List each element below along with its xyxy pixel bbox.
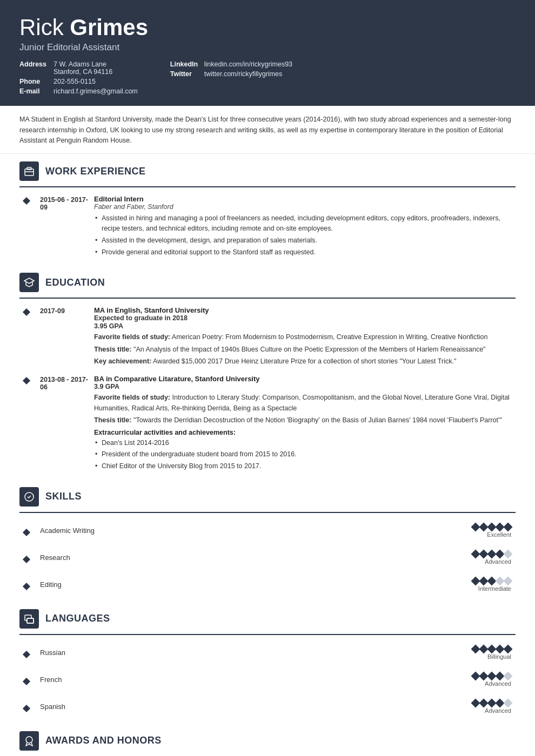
skill-name: Spanish [40,703,65,711]
phone-value: 202-555-0115 [54,78,96,85]
linkedin-value: linkedin.com/in/rickygrimes93 [204,60,292,68]
bullet [24,526,40,535]
header-contact: Address 7 W. Adams Lane Stanford, CA 941… [19,60,516,95]
skill-name: French [40,676,62,684]
diamond-empty [504,698,513,707]
diamond-filled [504,644,513,653]
work-content-0: Editorial Intern Faber and Faber, Stanfo… [94,195,516,259]
diamond-icon [23,705,30,712]
edu-fav-value-0: American Poetry: From Modernism to Postm… [172,333,488,341]
skill-level-label: Advanced [485,707,511,714]
skill-name: Academic Writing [40,526,95,535]
education-icon [19,273,39,292]
skill-level-label: Excellent [487,531,511,538]
bullet [24,580,40,589]
skill-row: SpanishAdvanced [19,697,516,717]
bullet [24,676,40,684]
diamond-empty [504,576,513,585]
edu-date-0: 2017-09 [40,306,94,368]
skill-name: Research [40,554,70,562]
skill-rating: Advanced [472,551,511,565]
diamonds-row [472,700,511,706]
edu-fav-0: Favorite fields of study: American Poetr… [94,332,516,342]
linkedin-label: LinkedIn [170,60,200,68]
edu-fav-1: Favorite fields of study: Introduction t… [94,393,516,414]
skill-rating: Billingual [472,646,511,660]
edu-sub-0: Expected to graduate in 2018 [94,314,516,322]
email-label: E-mail [19,87,49,95]
skill-level-label: Advanced [485,680,511,687]
edu-degree-1: BA in Comparative Litarature, Stanford U… [94,375,516,383]
education-section: EDUCATION 2017-09 MA in English, Stanfor… [0,265,535,473]
diamond-icon [23,678,30,685]
edu-degree-0: MA in English, Stanford University [94,306,516,314]
address-value: 7 W. Adams Lane Stanford, CA 94116 [54,60,112,76]
edu-extra-bullets-1: Dean's List 2014-2016 President of the u… [94,438,516,471]
diamonds-row [472,524,511,530]
edu-bullet-0 [24,306,40,368]
edu-entry-0: 2017-09 MA in English, Stanford Universi… [19,306,516,368]
edu-date-1: 2013-08 - 2017-06 [40,375,94,473]
svg-rect-1 [27,167,31,170]
edu-achievement-label-0: Key achievement: [94,357,151,365]
skill-row: Academic WritingExcellent [19,521,516,541]
edu-fav-label-0: Favorite fields of study: [94,333,170,341]
edu-extra-bullet-1-2: Chief Editor of the University Blog from… [94,461,516,471]
main-content: WORK EXPERIENCE 2015-06 - 2017-09 Editor… [0,154,535,756]
skill-name: Russian [40,649,65,657]
summary: MA Student in English at Stanford Univer… [0,106,535,154]
header-title: Junior Editorial Assistant [19,42,516,53]
linkedin-row: LinkedIn linkedin.com/in/rickygrimes93 [170,60,292,68]
skills-list: Academic WritingExcellentResearchAdvance… [19,521,516,595]
diamond-empty [504,549,513,558]
awards-section: AWARDS AND HONORS 2017-022016 Drue Heinz… [0,724,535,756]
languages-icon [19,609,39,629]
awards-header: AWARDS AND HONORS [19,724,516,756]
edu-gpa-1: 3.9 GPA [94,383,516,390]
work-icon [19,161,39,181]
languages-header: LANGUAGES [19,602,516,635]
diamond-icon [23,529,30,536]
bullet [24,649,40,657]
edu-thesis-label-1: Thesis title: [94,416,131,424]
address-row: Address 7 W. Adams Lane Stanford, CA 941… [19,60,138,76]
awards-title: AWARDS AND HONORS [45,735,162,746]
skills-title: SKILLS [45,491,82,502]
skill-rating: Advanced [472,700,511,714]
edu-thesis-0: Thesis title: "An Analysis of the Impact… [94,345,516,355]
header: Rick Grimes Junior Editorial Assistant A… [0,0,535,106]
education-header: EDUCATION [19,265,516,299]
skill-rating: Advanced [472,673,511,687]
edu-thesis-value-1: "Towards the Derridian Decostruction of … [133,416,502,424]
bullet [24,554,40,562]
skill-name: Editing [40,580,62,589]
svg-rect-6 [27,618,34,623]
diamond-empty [504,671,513,680]
edu-content-1: BA in Comparative Litarature, Stanford U… [94,375,516,473]
skill-row: EditingIntermediate [19,575,516,595]
contact-left: Address 7 W. Adams Lane Stanford, CA 941… [19,60,138,95]
diamond-icon [23,308,30,316]
edu-entry-1: 2013-08 - 2017-06 BA in Comparative Lita… [19,375,516,473]
edu-thesis-value-0: "An Analysis of the Impact of 1940s Blue… [133,346,486,353]
languages-section: LANGUAGES RussianBillingualFrenchAdvance… [0,602,535,717]
edu-achievement-value-0: Awarded $15,000 2017 Drue Heinz Literatu… [153,357,456,365]
edu-extra-bullet-1-1: President of the undergraduate student b… [94,449,516,460]
bullet-0 [24,195,40,259]
svg-point-8 [26,737,32,743]
last-name: Grimes [70,15,148,40]
bullet [24,703,40,711]
twitter-label: Twitter [170,70,200,78]
work-entry-0: 2015-06 - 2017-09 Editorial Intern Faber… [19,195,516,259]
skill-row: FrenchAdvanced [19,670,516,690]
edu-thesis-label-0: Thesis title: [94,346,131,353]
skills-header: SKILLS [19,480,516,513]
skill-level-label: Intermediate [478,585,511,592]
skill-level-label: Billingual [487,653,511,660]
work-experience-header: WORK EXPERIENCE [19,154,516,187]
job-title-0: Editorial Intern [94,195,516,203]
skill-level-label: Advanced [485,558,511,565]
diamonds-row [472,551,511,557]
edu-bullet-1 [24,375,40,473]
diamond-icon [23,651,30,658]
